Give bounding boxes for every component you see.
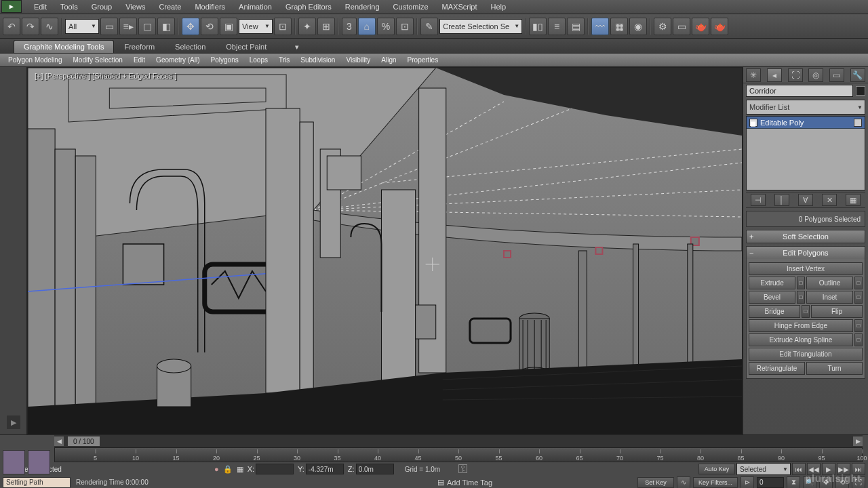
bevel-settings-icon[interactable]: □ — [797, 291, 805, 304]
extrude-spline-button[interactable]: Extrude Along Spline — [749, 333, 853, 346]
rsub-geometry[interactable]: Geometry (All) — [151, 55, 205, 65]
remove-mod-icon[interactable]: ✕ — [822, 194, 837, 206]
menu-rendering[interactable]: Rendering — [338, 0, 387, 14]
stack-expand-icon[interactable]: ◼ — [749, 119, 757, 127]
outline-button[interactable]: Outline — [806, 277, 853, 289]
menu-customize[interactable]: Customize — [387, 0, 435, 14]
window-crossing-icon[interactable]: ◧ — [157, 18, 175, 35]
sel-lock-icon[interactable]: ▦ — [237, 465, 243, 474]
bridge-settings-icon[interactable]: □ — [802, 305, 810, 318]
keymode-dropdown[interactable]: Selected — [736, 463, 791, 475]
menu-edit[interactable]: Edit — [27, 0, 54, 14]
schematic-icon[interactable]: ▦ — [610, 18, 628, 35]
ref-coord-dropdown[interactable]: View — [239, 19, 273, 34]
inset-button[interactable]: Inset — [806, 291, 853, 304]
ribbon-toggle-icon[interactable]: ▾ — [290, 41, 304, 53]
extrude-button[interactable]: Extrude — [749, 277, 795, 289]
render-prod-icon[interactable]: 🫖 — [711, 18, 728, 35]
render-icon[interactable]: 🫖 — [692, 18, 709, 35]
inset-settings-icon[interactable]: □ — [854, 291, 863, 304]
menu-help[interactable]: Help — [484, 0, 513, 14]
menu-create[interactable]: Create — [152, 0, 188, 14]
named-selection-dropdown[interactable]: Create Selection Se — [439, 19, 522, 34]
frame-indicator[interactable]: 0 / 100 — [68, 436, 100, 446]
key-tangent-icon[interactable]: ∿ — [677, 476, 690, 489]
lock2-icon[interactable]: 🔒 — [223, 465, 233, 474]
time-tag[interactable]: ▤ Add Time Tag — [437, 478, 492, 487]
keyfilters-button[interactable]: Key Filters... — [693, 477, 738, 488]
rsub-align[interactable]: Align — [376, 55, 401, 65]
hinge-settings-icon[interactable]: □ — [854, 319, 863, 332]
prev-key-icon[interactable]: ⊳ — [741, 476, 754, 489]
render-frame-icon[interactable]: ▭ — [673, 18, 690, 35]
viewport[interactable]: [+] [Perspective ] [Shaded + Edged Faces… — [27, 67, 743, 434]
align-icon[interactable]: ≡ — [548, 18, 566, 35]
rsub-tris[interactable]: Tris — [273, 55, 295, 65]
hierarchy-tab-icon[interactable]: ⛶ — [788, 68, 803, 82]
hinge-button[interactable]: Hinge From Edge — [749, 319, 853, 332]
rsub-subdivision[interactable]: Subdivision — [295, 55, 340, 65]
tab-objectpaint[interactable]: Object Paint — [216, 40, 277, 53]
display-tab-icon[interactable]: ▭ — [829, 68, 844, 82]
bevel-button[interactable]: Bevel — [749, 291, 795, 304]
scale-icon[interactable]: ▣ — [220, 18, 237, 35]
percent-snap-icon[interactable]: % — [377, 18, 395, 35]
material-editor-icon[interactable]: ◉ — [629, 18, 647, 35]
insert-vertex-button[interactable]: Insert Vertex — [749, 262, 863, 275]
object-name-input[interactable] — [746, 85, 853, 97]
menu-group[interactable]: Group — [85, 0, 119, 14]
motion-tab-icon[interactable]: ◎ — [808, 68, 823, 82]
snap-toggle-icon[interactable]: 3 — [342, 18, 357, 35]
menu-views[interactable]: Views — [119, 0, 152, 14]
select-name-icon[interactable]: ≡▸ — [119, 18, 137, 35]
spinner-snap-icon[interactable]: ⊡ — [396, 18, 414, 35]
lock-icon[interactable]: ● — [214, 465, 219, 473]
curve-editor-icon[interactable]: 〰 — [591, 18, 609, 35]
modifier-stack[interactable]: ◼ Editable Poly — [746, 116, 865, 190]
time-config-icon[interactable]: ⧗ — [787, 476, 800, 489]
tab-freeform[interactable]: Freeform — [114, 40, 165, 53]
stack-item-editable-poly[interactable]: ◼ Editable Poly — [747, 117, 865, 129]
link-icon[interactable]: ∿ — [41, 18, 58, 35]
pivot-icon[interactable]: ⊡ — [274, 18, 292, 35]
object-color-swatch[interactable] — [856, 86, 865, 96]
rsub-loops[interactable]: Loops — [244, 55, 273, 65]
autokey-button[interactable]: Auto Key — [698, 464, 735, 474]
timeline-thumbnail[interactable] — [3, 450, 50, 474]
modifier-list-dropdown[interactable]: Modifier List — [746, 100, 865, 115]
current-frame-input[interactable] — [757, 477, 784, 488]
tab-graphite[interactable]: Graphite Modeling Tools — [14, 40, 114, 53]
stack-toggle-icon[interactable] — [854, 119, 862, 127]
rsub-polygons[interactable]: Polygons — [205, 55, 244, 65]
select-region-icon[interactable]: ▢ — [138, 18, 156, 35]
create-tab-icon[interactable]: ✳ — [746, 68, 761, 82]
render-setup-icon[interactable]: ⚙ — [654, 18, 671, 35]
rsub-edit[interactable]: Edit — [128, 55, 151, 65]
angle-snap-icon[interactable]: ⌂ — [358, 18, 376, 35]
coord-y-input[interactable] — [306, 464, 344, 474]
rollout-head-edit[interactable]: −Edit Polygons — [747, 247, 865, 259]
keymode-icon[interactable]: ⊞ — [317, 18, 335, 35]
move-icon[interactable]: ✥ — [182, 18, 199, 35]
turn-button[interactable]: Turn — [806, 362, 863, 375]
coord-x-input[interactable] — [256, 464, 294, 474]
viewport-label[interactable]: [+] [Perspective ] [Shaded + Edged Faces… — [35, 72, 177, 80]
menu-animation[interactable]: Animation — [232, 0, 279, 14]
modify-tab-icon[interactable]: ◂ — [767, 68, 782, 82]
layers-icon[interactable]: ▤ — [567, 18, 585, 35]
select-icon[interactable]: ▭ — [100, 18, 118, 35]
named-sel-icon[interactable]: ✎ — [420, 18, 438, 35]
rsub-visibility[interactable]: Visibility — [340, 55, 376, 65]
pin-stack-icon[interactable]: ⊣ — [751, 194, 766, 206]
setkey-button[interactable]: Set Key — [637, 477, 674, 488]
coord-z-input[interactable] — [356, 464, 394, 474]
rollout-head-soft[interactable]: +Soft Selection — [747, 230, 865, 243]
menu-maxscript[interactable]: MAXScript — [435, 0, 484, 14]
extrude-settings-icon[interactable]: □ — [797, 277, 805, 289]
rotate-icon[interactable]: ⟲ — [201, 18, 218, 35]
key-icon[interactable]: ⚿ — [458, 463, 469, 475]
scrub-left-icon[interactable]: ◀ — [54, 436, 64, 446]
rsub-polygonmodeling[interactable]: Polygon Modeling — [3, 55, 68, 65]
redo-icon[interactable]: ↷ — [22, 18, 39, 35]
make-unique-icon[interactable]: ∀ — [798, 194, 813, 206]
